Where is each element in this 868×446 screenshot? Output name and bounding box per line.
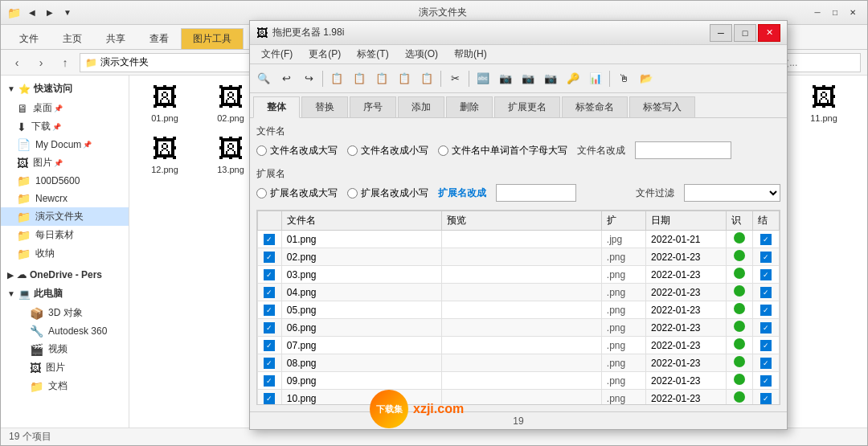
table-row[interactable]: ✓ 03.png .png 2022-01-23 ✓ [258,266,780,284]
toolbar-btn-b[interactable]: 📋 [349,68,370,89]
table-row[interactable]: ✓ 02.png .png 2022-01-23 ✓ [258,248,780,266]
sidebar-item-docs[interactable]: 📁文档 [1,377,129,395]
menu-tag[interactable]: 标签(T) [349,46,396,63]
toolbar-undo-btn[interactable]: ↩ [276,68,297,89]
result-checkbox[interactable]: ✓ [760,252,772,263]
dialog-close-btn[interactable]: ✕ [758,24,780,42]
sidebar-item-desktop[interactable]: 🖥桌面📌 [1,99,129,117]
sidebar-item-downloads[interactable]: ⬇下载📌 [1,117,129,136]
sidebar-item-storage[interactable]: 📁收纳 [1,244,129,263]
file-filter-select[interactable] [684,184,780,202]
row-checkbox[interactable]: ✓ [264,322,275,333]
dialog-tab-tag-write[interactable]: 标签写入 [629,96,695,117]
toolbar-search-btn[interactable]: 🔍 [253,68,274,89]
dialog-maximize-btn[interactable]: □ [734,24,756,42]
result-checkbox[interactable]: ✓ [760,340,772,351]
toolbar-btn-m[interactable]: 🖱 [613,68,634,89]
toolbar-btn-h[interactable]: 📷 [495,68,516,89]
file-item[interactable]: 🖼01.png [133,79,197,129]
radio-ext-upper[interactable]: 扩展名改成大写 [256,186,338,200]
table-row[interactable]: ✓ 04.png .png 2022-01-23 ✓ [258,284,780,301]
dialog-tab-sequence[interactable]: 序号 [350,96,396,117]
row-checkbox-cell[interactable]: ✓ [258,248,282,266]
toolbar-btn-d[interactable]: 📋 [394,68,415,89]
row-checkbox-cell[interactable]: ✓ [258,266,282,284]
row-checkbox[interactable]: ✓ [264,305,275,316]
dialog-tab-replace[interactable]: 替换 [301,96,348,117]
sidebar-item-video[interactable]: 🎬视频 [1,340,129,358]
row-checkbox[interactable]: ✓ [264,234,275,245]
toolbar-btn-j[interactable]: 📷 [540,68,561,89]
result-checkbox[interactable]: ✓ [760,305,772,316]
toolbar-btn-c[interactable]: 📋 [371,68,392,89]
radio-filename-upper[interactable]: 文件名改成大写 [256,144,338,158]
toolbar-btn-a[interactable]: 📋 [326,68,347,89]
sidebar-item-100d5600[interactable]: 📁100D5600 [1,172,129,190]
sidebar-quick-access[interactable]: ▼ ⭐ 快速访问 [1,79,129,99]
ext-change-input[interactable] [496,184,576,202]
close-btn[interactable]: ✕ [845,5,861,21]
sidebar-item-pictures[interactable]: 🖼图片📌 [1,153,129,172]
table-row[interactable]: ✓ 10.png .png 2022-01-23 ✓ [258,390,780,406]
sidebar-item-demo-folder[interactable]: 📁演示文件夹 [1,207,129,226]
result-checkbox[interactable]: ✓ [760,269,772,280]
result-checkbox[interactable]: ✓ [760,375,772,387]
row-checkbox[interactable]: ✓ [264,393,275,404]
radio-filename-upper-input[interactable] [256,145,267,156]
dialog-tab-add[interactable]: 添加 [398,96,444,117]
menu-options[interactable]: 选项(O) [397,46,446,63]
sidebar-this-pc[interactable]: ▼ 💻 此电脑 [1,284,129,304]
minimize-btn[interactable]: ─ [809,5,825,21]
dialog-minimize-btn[interactable]: ─ [710,24,732,42]
row-checkbox-cell[interactable]: ✓ [258,372,282,390]
toolbar-btn-f[interactable]: ✂ [444,68,465,89]
sidebar-onedrive[interactable]: ▶ ☁ OneDrive - Pers [1,266,129,284]
nav-fwd-btn[interactable]: › [31,53,51,72]
toolbar-btn-n[interactable]: 📂 [636,68,657,89]
table-row[interactable]: ✓ 07.png .png 2022-01-23 ✓ [258,337,780,354]
tab-picture-tools[interactable]: 图片工具 [181,28,244,50]
menu-file[interactable]: 文件(F) [253,46,301,63]
menu-help[interactable]: 帮助(H) [446,46,495,63]
radio-ext-lower-input[interactable] [347,188,358,198]
row-checkbox-cell[interactable]: ✓ [258,301,282,319]
row-checkbox[interactable]: ✓ [264,358,275,369]
tab-home[interactable]: 主页 [51,28,94,49]
tab-view[interactable]: 查看 [137,28,181,49]
row-checkbox-cell[interactable]: ✓ [258,284,282,301]
result-checkbox[interactable]: ✓ [760,393,772,404]
toolbar-redo-btn[interactable]: ↪ [298,68,319,89]
radio-filename-capitalize[interactable]: 文件名中单词首个字母大写 [438,144,567,158]
file-item[interactable]: 🖼11.png [792,79,856,129]
row-checkbox-cell[interactable]: ✓ [258,354,282,372]
tab-share[interactable]: 共享 [94,28,137,49]
result-checkbox[interactable]: ✓ [760,322,772,333]
sidebar-item-newcrx[interactable]: 📁Newcrx [1,190,129,207]
row-checkbox[interactable]: ✓ [264,340,275,351]
row-checkbox-cell[interactable]: ✓ [258,319,282,337]
filename-change-input[interactable] [635,141,731,159]
toolbar-btn-l[interactable]: 📊 [585,68,606,89]
row-checkbox[interactable]: ✓ [264,252,275,263]
row-checkbox-cell[interactable]: ✓ [258,390,282,406]
nav-up-btn[interactable]: ↑ [55,53,75,72]
row-checkbox-cell[interactable]: ✓ [258,337,282,354]
result-checkbox[interactable]: ✓ [760,287,772,298]
toolbar-btn-k[interactable]: 🔑 [563,68,583,89]
dialog-tab-whole[interactable]: 整体 [253,96,300,118]
dialog-tab-delete[interactable]: 删除 [446,96,493,117]
tab-file[interactable]: 文件 [7,28,51,49]
sidebar-item-daily[interactable]: 📁每日素材 [1,226,129,244]
row-checkbox[interactable]: ✓ [264,375,275,387]
dialog-tab-tag-name[interactable]: 标签命名 [562,96,628,117]
toolbar-btn-e[interactable]: 📋 [416,68,437,89]
radio-filename-lower-input[interactable] [347,145,358,156]
row-checkbox[interactable]: ✓ [264,269,275,280]
dialog-tab-ext-rename[interactable]: 扩展更名 [494,96,560,117]
file-item[interactable]: 🖼12.png [133,130,197,180]
maximize-btn[interactable]: □ [827,5,843,21]
table-row[interactable]: ✓ 09.png .png 2022-01-23 ✓ [258,372,780,390]
table-row[interactable]: ✓ 08.png .png 2022-01-23 ✓ [258,354,780,372]
row-checkbox[interactable]: ✓ [264,287,275,298]
radio-ext-lower[interactable]: 扩展名改成小写 [347,186,428,200]
